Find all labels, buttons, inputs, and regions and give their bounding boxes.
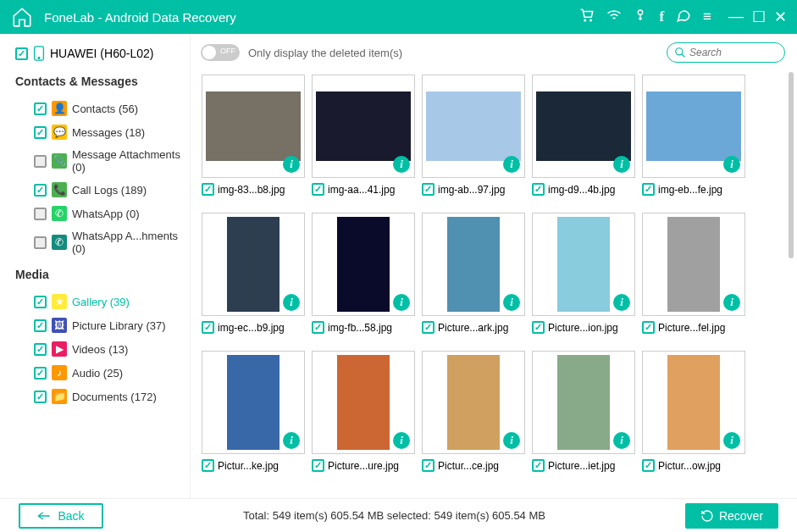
checkbox-icon[interactable] <box>202 183 214 196</box>
info-icon[interactable]: i <box>393 294 410 311</box>
info-icon[interactable]: i <box>393 432 410 449</box>
info-icon[interactable]: i <box>283 432 300 449</box>
thumbnail[interactable]: i <box>422 75 525 178</box>
checkbox-icon[interactable] <box>15 47 28 60</box>
info-icon[interactable]: i <box>613 294 630 311</box>
thumbnail[interactable]: i <box>312 75 415 178</box>
file-tile[interactable]: i Pictur...ce.jpg <box>419 351 528 472</box>
toggle-deleted[interactable]: OFF <box>201 44 240 61</box>
thumbnail[interactable]: i <box>312 351 415 454</box>
checkbox-icon[interactable] <box>34 296 47 308</box>
file-tile[interactable]: i Picture...iet.jpg <box>529 351 638 472</box>
info-icon[interactable]: i <box>613 156 630 173</box>
thumbnail[interactable]: i <box>202 213 305 316</box>
checkbox-icon[interactable] <box>34 155 47 168</box>
checkbox-icon[interactable] <box>34 367 47 380</box>
checkbox-icon[interactable] <box>34 319 47 332</box>
home-icon[interactable] <box>10 5 34 29</box>
back-button[interactable]: Back <box>19 503 103 529</box>
sidebar-item[interactable]: 💬 Messages (18) <box>15 120 181 144</box>
info-icon[interactable]: i <box>723 156 740 173</box>
info-icon[interactable]: i <box>723 294 740 311</box>
thumbnail[interactable]: i <box>532 351 635 454</box>
search-input[interactable] <box>689 47 774 58</box>
info-icon[interactable]: i <box>503 294 520 311</box>
file-tile[interactable]: i img-eb...fe.jpg <box>639 75 748 196</box>
checkbox-icon[interactable] <box>422 183 434 196</box>
file-tile[interactable]: i img-ab...97.jpg <box>419 75 528 196</box>
file-tile[interactable]: i Picture...ure.jpg <box>309 351 418 472</box>
file-tile[interactable]: i Picture...ion.jpg <box>529 213 638 334</box>
menu-icon[interactable]: ≡ <box>703 8 711 25</box>
info-icon[interactable]: i <box>393 156 410 173</box>
sidebar-item[interactable]: 👤 Contacts (56) <box>15 97 181 120</box>
file-tile[interactable]: i img-83...b8.jpg <box>199 75 307 196</box>
wifi-icon[interactable] <box>606 8 622 27</box>
thumbnail[interactable]: i <box>642 75 745 178</box>
maximize-icon[interactable]: ☐ <box>752 8 766 26</box>
checkbox-icon[interactable] <box>34 103 47 115</box>
file-tile[interactable]: i Picture...ark.jpg <box>419 213 528 334</box>
close-icon[interactable]: ✕ <box>774 8 787 26</box>
scrollbar[interactable] <box>789 72 795 496</box>
checkbox-icon[interactable] <box>34 391 47 403</box>
checkbox-icon[interactable] <box>312 459 324 472</box>
checkbox-icon[interactable] <box>422 321 434 334</box>
thumbnail[interactable]: i <box>422 213 525 316</box>
file-tile[interactable]: i img-fb...58.jpg <box>309 213 418 334</box>
checkbox-icon[interactable] <box>202 321 214 334</box>
sidebar-item[interactable]: 📁 Documents (172) <box>15 385 181 408</box>
file-tile[interactable]: i img-d9...4b.jpg <box>529 75 638 196</box>
sidebar-item[interactable]: ♪ Audio (25) <box>15 361 181 385</box>
checkbox-icon[interactable] <box>642 321 655 334</box>
checkbox-icon[interactable] <box>532 321 545 334</box>
key-icon[interactable] <box>634 8 647 26</box>
checkbox-icon[interactable] <box>532 183 545 196</box>
thumbnail[interactable]: i <box>422 351 525 454</box>
sidebar-item[interactable]: ✆ WhatsApp (0) <box>15 202 181 225</box>
sidebar-item[interactable]: 🖼 Picture Library (37) <box>15 313 181 337</box>
thumbnail[interactable]: i <box>532 75 635 178</box>
checkbox-icon[interactable] <box>642 459 655 472</box>
file-tile[interactable]: i Picture...fel.jpg <box>639 213 748 334</box>
sidebar-item[interactable]: 📞 Call Logs (189) <box>15 178 181 202</box>
info-icon[interactable]: i <box>503 432 520 449</box>
thumbnail[interactable]: i <box>202 75 305 178</box>
checkbox-icon[interactable] <box>34 236 47 249</box>
recover-button[interactable]: Recover <box>685 503 778 529</box>
thumbnail[interactable]: i <box>642 351 745 454</box>
file-tile[interactable]: i Pictur...ow.jpg <box>639 351 748 472</box>
facebook-icon[interactable]: f <box>659 8 664 25</box>
minimize-icon[interactable]: — <box>728 8 744 26</box>
checkbox-icon[interactable] <box>34 184 47 197</box>
checkbox-icon[interactable] <box>532 459 545 472</box>
thumbnail[interactable]: i <box>642 213 745 316</box>
sidebar-item[interactable]: ★ Gallery (39) <box>15 290 181 313</box>
sidebar-item[interactable]: ▶ Videos (13) <box>15 337 181 361</box>
sidebar-item[interactable]: 📎 Message Attachments (0) <box>15 144 181 178</box>
checkbox-icon[interactable] <box>312 183 324 196</box>
info-icon[interactable]: i <box>283 156 300 173</box>
device-row[interactable]: HUAWEI (H60-L02) <box>15 46 181 61</box>
checkbox-icon[interactable] <box>34 343 47 356</box>
checkbox-icon[interactable] <box>422 459 434 472</box>
info-icon[interactable]: i <box>503 156 520 173</box>
checkbox-icon[interactable] <box>202 459 214 472</box>
thumbnail[interactable]: i <box>532 213 635 316</box>
thumbnail[interactable]: i <box>202 351 305 454</box>
chat-icon[interactable] <box>676 8 691 27</box>
checkbox-icon[interactable] <box>34 208 47 220</box>
checkbox-icon[interactable] <box>642 183 655 196</box>
checkbox-icon[interactable] <box>312 321 324 334</box>
sidebar-item[interactable]: ✆ WhatsApp A...hments (0) <box>15 225 181 259</box>
checkbox-icon[interactable] <box>34 126 47 139</box>
cart-icon[interactable] <box>579 8 595 27</box>
file-tile[interactable]: i img-ec...b9.jpg <box>199 213 307 334</box>
file-tile[interactable]: i img-aa...41.jpg <box>309 75 418 196</box>
info-icon[interactable]: i <box>613 432 630 449</box>
info-icon[interactable]: i <box>723 432 740 449</box>
file-tile[interactable]: i Pictur...ke.jpg <box>199 351 307 472</box>
thumbnail[interactable]: i <box>312 213 415 316</box>
search-box[interactable] <box>667 42 785 63</box>
info-icon[interactable]: i <box>283 294 300 311</box>
